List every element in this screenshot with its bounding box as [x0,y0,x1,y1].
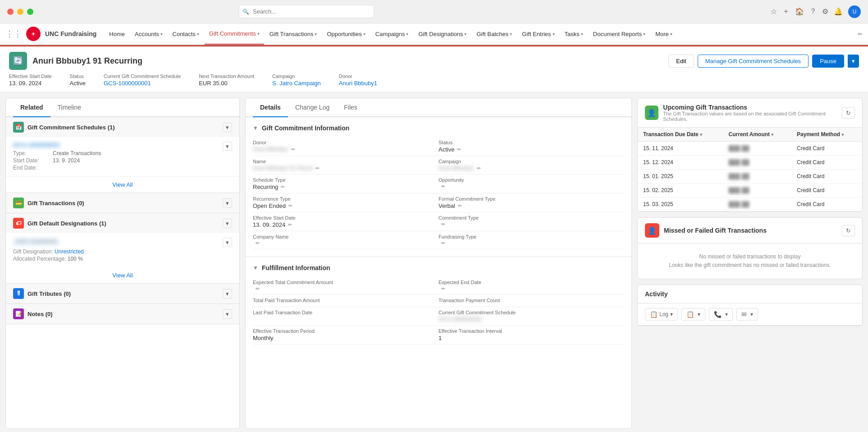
tab-related[interactable]: Related [13,98,50,117]
missed-title: Missed or Failed Gift Transactions [664,227,767,234]
upcoming-refresh-button[interactable]: ↻ [842,107,855,119]
activity-log-button[interactable]: 📋 Log ▾ [645,308,678,321]
activity-mail-button[interactable]: ✉ ▾ [736,308,758,321]
nav-gift-batches[interactable]: Gift Batches▾ [472,23,516,45]
section-header-tributes[interactable]: 🎖 Gift Tributes (0) ▾ [6,284,239,303]
designation-name[interactable]: GDD-100000000 [13,238,59,246]
nav-document-reports[interactable]: Document Reports▾ [589,23,650,45]
activity-call-button[interactable]: 📞 ▾ [709,308,733,321]
tab-timeline[interactable]: Timeline [50,98,88,116]
gift-commitment-info-header[interactable]: ▼ Gift Commitment Information [253,124,624,132]
grid-icon[interactable]: ⋮⋮ [5,29,22,39]
minimize-button[interactable] [17,9,23,15]
opportunity-edit-icon[interactable]: ✏ [441,184,445,189]
designation-item-collapse-button[interactable]: ▾ [223,238,232,247]
tab-details[interactable]: Details [253,98,288,117]
donor-value[interactable]: Anuri Bbbuby1 [339,80,377,87]
close-button[interactable] [7,9,14,15]
edit-button[interactable]: Edit [668,55,694,68]
gift-commitment-info-title: Gift Commitment Information [262,124,349,132]
tab-files[interactable]: Files [337,98,365,116]
formal-commitment-edit-icon[interactable]: ✏ [458,203,462,209]
col-date[interactable]: Transaction Due Date ▾ [638,128,723,142]
missed-refresh-button[interactable]: ↻ [842,225,855,236]
name-edit-icon[interactable]: ✏ [315,165,320,171]
pause-dropdown-button[interactable]: ▾ [848,55,859,68]
notes-collapse-button[interactable]: ▾ [223,309,232,319]
nav-more[interactable]: More▾ [651,23,677,45]
nav-contacts[interactable]: Contacts▾ [168,23,204,45]
chevron-down-icon: ▾ [464,32,466,37]
col-amount[interactable]: Current Amount ▾ [723,128,791,142]
donor-field-value[interactable]: Anuri Bbbuby1 ✏ [253,146,431,152]
opportunity-field-value: ✏ [439,184,624,189]
section-header-transactions[interactable]: 💳 Gift Transactions (0) ▾ [6,193,239,213]
manage-schedules-button[interactable]: Manage Gift Commitment Schedules [698,55,809,68]
upcoming-table-body: 15. 11. 2024 ███ ██ Credit Card 15. 12. … [638,142,862,211]
fulfillment-info-header[interactable]: ▼ Fulfillment Information [253,264,624,271]
pause-button[interactable]: Pause [812,55,844,68]
campaign-field-value[interactable]: Anuri Bbbuby1 ✏ [439,165,624,171]
total-paid-label: Total Paid Transaction Amount [253,298,431,303]
donor-edit-icon[interactable]: ✏ [291,147,295,152]
chevron-down-icon: ▾ [160,32,163,37]
expected-end-edit-icon[interactable]: ✏ [441,286,445,292]
search-input[interactable] [239,5,374,18]
designations-view-all[interactable]: View All [6,267,239,283]
schedule-value[interactable]: GCS-1000000001 [104,80,181,87]
current-schedule-value[interactable]: GCS-1000000001 [439,316,624,322]
section-header-notes[interactable]: 📝 Notes (0) ▾ [6,304,239,324]
campaign-value[interactable]: S. Jatro Campaign [272,80,321,87]
effective-start-edit-icon[interactable]: ✏ [288,222,292,228]
nav-gift-entries[interactable]: Gift Entries▾ [517,23,559,45]
nav-campaigns-label: Campaigns [375,31,405,37]
nav-gift-transactions[interactable]: Gift Transactions▾ [265,23,322,45]
star-icon[interactable]: ☆ [771,7,777,16]
titlebar: 🔍 ☆ ＋ 🏠 ？ ⚙ 🔔 U [0,0,868,23]
add-icon[interactable]: ＋ [782,7,790,16]
log-dropdown-icon: ▾ [670,311,673,317]
settings-icon[interactable]: ⚙ [822,7,828,16]
edit-nav-icon[interactable]: ✏ [858,31,863,37]
upcoming-transactions-table: Transaction Due Date ▾ Current Amount ▾ … [638,128,862,211]
section-header-designations[interactable]: 🏷 Gift Default Designations (1) ▾ [6,213,239,233]
nav-gift-commitments[interactable]: Gift Commitments▾ [205,23,264,45]
expected-total-value: ✏ [253,286,431,292]
schedules-view-all[interactable]: View All [6,177,239,193]
transactions-collapse-button[interactable]: ▾ [223,198,232,208]
status-edit-icon[interactable]: ✏ [457,147,461,152]
row-method: Credit Card [791,184,862,198]
nav-accounts[interactable]: Accounts▾ [130,23,167,45]
designation-type-value[interactable]: Unrestricted [55,248,84,255]
nav-home[interactable]: Home [105,23,129,45]
field-commitment-type: Commitment Type ✏ [439,212,624,231]
notifications-icon[interactable]: 🔔 [834,7,843,16]
schedule-item-collapse-button[interactable]: ▾ [223,142,232,151]
avatar[interactable]: U [848,5,861,18]
expected-total-edit-icon[interactable]: ✏ [256,286,260,292]
nav-gift-designations[interactable]: Gift Designations▾ [414,23,471,45]
tributes-collapse-button[interactable]: ▾ [223,289,232,299]
schedules-collapse-button[interactable]: ▾ [223,123,232,132]
nav-tasks[interactable]: Tasks▾ [560,23,588,45]
activity-email-button[interactable]: 📋 ▾ [681,308,705,321]
section-header-schedules[interactable]: 📅 Gift Commitment Schedules (1) ▾ [6,117,239,137]
home-icon[interactable]: 🏠 [795,7,804,16]
nav-campaigns[interactable]: Campaigns▾ [371,23,413,45]
campaign-edit-icon[interactable]: ✏ [477,165,481,171]
help-icon[interactable]: ？ [809,7,817,16]
schedule-name[interactable]: GCS-1000000001 [13,142,101,148]
commitment-type-edit-icon[interactable]: ✏ [441,221,445,227]
row-amount: ███ ██ [723,198,791,211]
fundraising-type-edit-icon[interactable]: ✏ [441,240,445,246]
schedule-type-edit-icon[interactable]: ✏ [281,184,285,190]
maximize-button[interactable] [27,9,33,15]
recurrence-type-edit-icon[interactable]: ✏ [288,203,292,209]
sort-icon: ▾ [841,132,844,137]
designations-collapse-button[interactable]: ▾ [223,219,232,228]
col-method[interactable]: Payment Method ▾ [791,128,862,142]
company-name-edit-icon[interactable]: ✏ [256,240,260,246]
tab-change-log[interactable]: Change Log [288,98,337,116]
nav-opportunities[interactable]: Opportunities▾ [322,23,370,45]
sort-icon: ▾ [771,132,773,137]
